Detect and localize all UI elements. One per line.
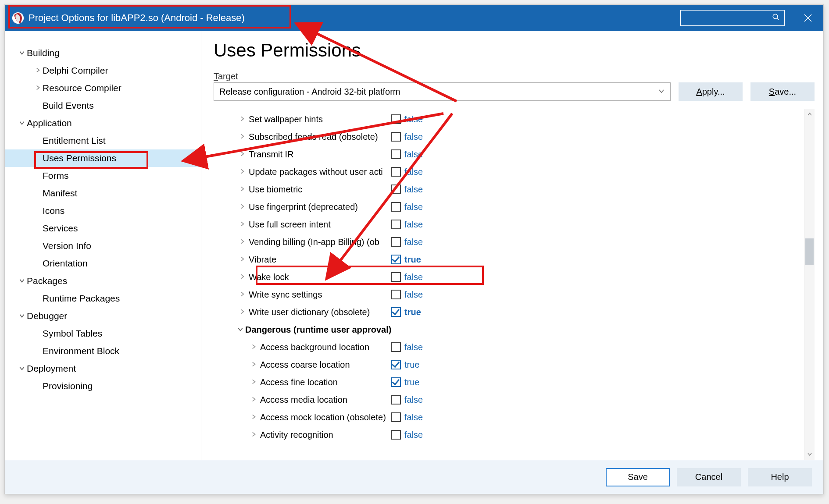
checkbox[interactable] — [391, 290, 401, 299]
tree-item-symbol-tables[interactable]: Symbol Tables — [5, 325, 201, 342]
permission-value[interactable]: false — [391, 114, 423, 124]
tree-item-label: Forms — [43, 170, 69, 181]
permission-value[interactable]: false — [391, 290, 423, 300]
permission-row[interactable]: Access mock location (obsolete)false — [214, 408, 804, 426]
permissions-grid[interactable]: Set wallpaper hintsfalseSubscribed feeds… — [214, 109, 804, 460]
scroll-down-icon[interactable] — [804, 448, 815, 460]
permission-value[interactable]: false — [391, 412, 423, 422]
permission-row[interactable]: Access coarse locationtrue — [214, 356, 804, 373]
permission-row[interactable]: Use full screen intentfalse — [214, 216, 804, 233]
permission-row[interactable]: Access media locationfalse — [214, 391, 804, 408]
tree-item-build-events[interactable]: Build Events — [5, 97, 201, 114]
checkbox[interactable] — [391, 395, 401, 405]
tree-item-deployment[interactable]: Deployment — [5, 360, 201, 377]
permission-row[interactable]: Dangerous (runtime user approval) — [214, 321, 804, 338]
checkbox[interactable] — [391, 272, 401, 282]
apply-button[interactable]: Apply... — [679, 82, 743, 101]
checkbox[interactable] — [391, 412, 401, 422]
permission-value[interactable]: true — [391, 377, 419, 387]
tree-item-entitlement-list[interactable]: Entitlement List — [5, 132, 201, 149]
permission-row[interactable]: Use biometricfalse — [214, 181, 804, 198]
checkbox[interactable] — [391, 220, 401, 229]
scroll-up-icon[interactable] — [804, 109, 815, 120]
permission-value[interactable]: false — [391, 342, 423, 352]
tree-item-packages[interactable]: Packages — [5, 272, 201, 290]
tree-item-version-info[interactable]: Version Info — [5, 237, 201, 255]
checkbox[interactable] — [391, 342, 401, 352]
titlebar-search[interactable] — [680, 10, 785, 26]
permission-value[interactable]: true — [391, 307, 421, 317]
permission-value[interactable]: false — [391, 185, 423, 195]
save-options-button[interactable]: Save... — [750, 82, 815, 101]
checkbox[interactable] — [391, 377, 401, 387]
chevron-down-icon — [17, 312, 27, 319]
tree-item-forms[interactable]: Forms — [5, 167, 201, 185]
permission-value-label: false — [404, 185, 423, 195]
permission-row[interactable]: Vibratetrue — [214, 251, 804, 268]
permission-row[interactable]: Write sync settingsfalse — [214, 286, 804, 303]
tree-item-building[interactable]: Building — [5, 44, 201, 62]
permission-row[interactable]: Use fingerprint (deprecated)false — [214, 198, 804, 216]
cancel-button[interactable]: Cancel — [677, 468, 741, 486]
permission-value-label: false — [404, 202, 423, 212]
tree-item-icons[interactable]: Icons — [5, 202, 201, 220]
app-icon — [12, 12, 24, 24]
tree-item-provisioning[interactable]: Provisioning — [5, 377, 201, 395]
tree-item-uses-permissions[interactable]: Uses Permissions — [5, 149, 201, 167]
chevron-right-icon — [237, 273, 247, 280]
checkbox[interactable] — [391, 430, 401, 440]
tree-item-environment-block[interactable]: Environment Block — [5, 342, 201, 360]
permission-value[interactable]: false — [391, 167, 423, 177]
permission-value[interactable]: true — [391, 255, 421, 265]
permission-row[interactable]: Update packages without user actifalse — [214, 163, 804, 181]
checkbox[interactable] — [391, 237, 401, 247]
close-button[interactable] — [793, 5, 823, 31]
permission-value[interactable]: false — [391, 272, 423, 282]
tree-item-label: Resource Compiler — [43, 83, 121, 93]
checkbox[interactable] — [391, 202, 401, 212]
permission-row[interactable]: Access background locationfalse — [214, 338, 804, 356]
permission-row[interactable]: Vending billing (In-app Billing) (obfals… — [214, 233, 804, 251]
permission-row[interactable]: Write user dictionary (obsolete)true — [214, 303, 804, 321]
tree-item-orientation[interactable]: Orientation — [5, 255, 201, 272]
permission-value[interactable]: false — [391, 202, 423, 212]
permission-row[interactable]: Subscribed feeds read (obsolete)false — [214, 128, 804, 146]
tree-item-runtime-packages[interactable]: Runtime Packages — [5, 290, 201, 307]
tree-item-services[interactable]: Services — [5, 220, 201, 237]
tree-item-delphi-compiler[interactable]: Delphi Compiler — [5, 62, 201, 79]
permission-value[interactable]: false — [391, 237, 423, 247]
permission-value[interactable]: true — [391, 360, 419, 370]
permission-value[interactable]: false — [391, 132, 423, 142]
permission-row[interactable]: Activity recognitionfalse — [214, 426, 804, 444]
tree-item-label: Orientation — [43, 258, 88, 269]
permission-value[interactable]: false — [391, 430, 423, 440]
permission-value-label: false — [404, 132, 423, 142]
permission-row[interactable]: Transmit IRfalse — [214, 146, 804, 163]
save-button[interactable]: Save — [606, 468, 670, 486]
permission-row[interactable]: Set wallpaper hintsfalse — [214, 110, 804, 128]
scrollbar-thumb[interactable] — [805, 238, 814, 265]
checkbox[interactable] — [391, 307, 401, 317]
permission-value[interactable]: false — [391, 395, 423, 405]
target-select[interactable]: Release configuration - Android 32-bit p… — [214, 82, 671, 101]
tree-item-application[interactable]: Application — [5, 114, 201, 132]
chevron-right-icon — [33, 85, 43, 91]
checkbox[interactable] — [391, 185, 401, 194]
permission-row[interactable]: Access fine locationtrue — [214, 373, 804, 391]
checkbox[interactable] — [391, 114, 401, 124]
checkbox[interactable] — [391, 149, 401, 159]
checkbox[interactable] — [391, 360, 401, 369]
permission-value[interactable]: false — [391, 149, 423, 160]
checkbox[interactable] — [391, 255, 401, 264]
tree-item-manifest[interactable]: Manifest — [5, 185, 201, 202]
tree-item-resource-compiler[interactable]: Resource Compiler — [5, 79, 201, 97]
help-button[interactable]: Help — [748, 468, 812, 486]
checkbox[interactable] — [391, 167, 401, 177]
permission-row[interactable]: Wake lockfalse — [214, 268, 804, 286]
checkbox[interactable] — [391, 132, 401, 142]
permission-value[interactable]: false — [391, 220, 423, 230]
options-tree[interactable]: BuildingDelphi CompilerResource Compiler… — [5, 31, 201, 460]
tree-item-label: Version Info — [43, 241, 91, 251]
tree-item-debugger[interactable]: Debugger — [5, 307, 201, 325]
vertical-scrollbar[interactable] — [804, 109, 815, 460]
